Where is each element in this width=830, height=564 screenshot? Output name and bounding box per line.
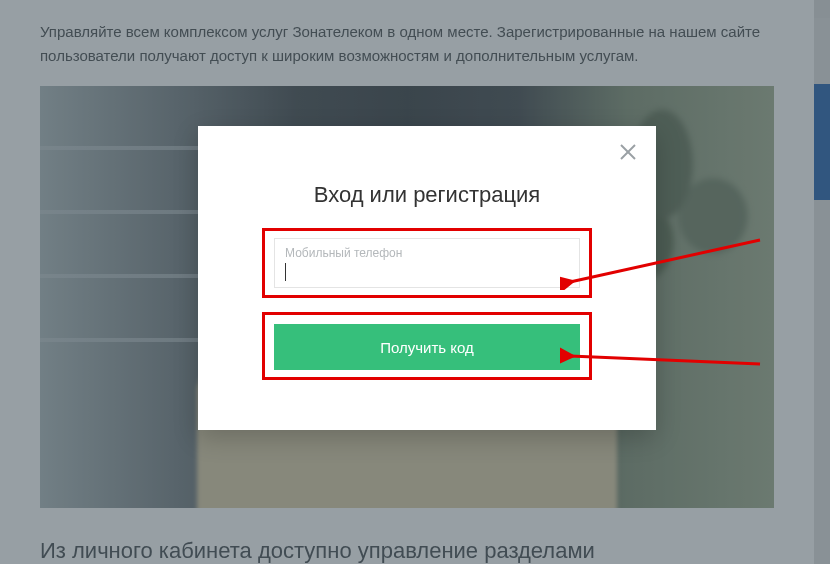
- login-modal: Вход или регистрация Мобильный телефон П…: [198, 126, 656, 430]
- close-icon: [620, 144, 636, 160]
- phone-input[interactable]: Мобильный телефон: [274, 238, 580, 288]
- get-code-button-label: Получить код: [380, 339, 474, 356]
- text-caret: [285, 263, 286, 281]
- phone-input-placeholder: Мобильный телефон: [285, 246, 402, 260]
- close-button[interactable]: [614, 138, 642, 166]
- get-code-button[interactable]: Получить код: [274, 324, 580, 370]
- modal-title: Вход или регистрация: [198, 182, 656, 208]
